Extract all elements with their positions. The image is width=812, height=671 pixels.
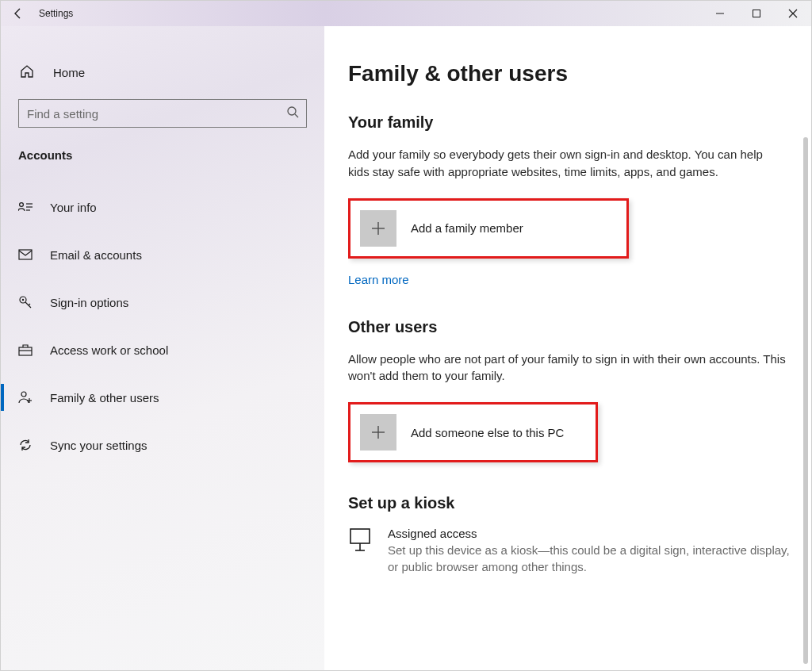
sidebar-item-label: Sync your settings <box>50 439 147 452</box>
content-inner: Family & other users Your family Add you… <box>348 61 797 670</box>
search-wrap <box>18 99 307 128</box>
svg-point-13 <box>21 392 26 397</box>
svg-point-10 <box>22 299 24 301</box>
person-card-icon <box>18 201 33 213</box>
kiosk-text: Assigned access Set up this device as a … <box>388 527 792 575</box>
svg-rect-20 <box>350 529 370 543</box>
close-button[interactable] <box>775 1 811 26</box>
svg-rect-8 <box>19 250 32 259</box>
kiosk-item-title: Assigned access <box>388 527 792 540</box>
other-users-section: Other users Allow people who are not par… <box>348 318 797 463</box>
window-title: Settings <box>39 8 73 19</box>
page-title: Family & other users <box>348 61 797 86</box>
sync-icon <box>18 438 33 452</box>
highlight-add-family: Add a family member <box>348 198 629 259</box>
sidebar-item-family-other-users[interactable]: Family & other users <box>1 379 324 416</box>
sidebar-nav: Your info Email & accounts Sign-in optio… <box>1 189 324 463</box>
sidebar-category: Accounts <box>1 142 324 178</box>
sidebar-item-label: Sign-in options <box>50 296 128 309</box>
sidebar-item-label: Access work or school <box>50 343 168 357</box>
minimize-icon <box>715 9 725 18</box>
search-input[interactable] <box>18 99 307 128</box>
titlebar: Settings <box>1 1 811 26</box>
svg-line-3 <box>295 114 298 117</box>
sidebar-item-work-school[interactable]: Access work or school <box>1 332 324 368</box>
sidebar-item-email-accounts[interactable]: Email & accounts <box>1 236 324 273</box>
window-controls <box>702 1 811 26</box>
svg-rect-1 <box>753 10 760 17</box>
kiosk-icon <box>348 527 372 557</box>
family-heading: Your family <box>348 113 797 132</box>
content-pane: Family & other users Your family Add you… <box>324 26 811 670</box>
kiosk-heading: Set up a kiosk <box>348 494 797 512</box>
kiosk-item-desc: Set up this device as a kiosk—this could… <box>388 542 792 575</box>
family-description: Add your family so everybody gets their … <box>348 146 786 181</box>
back-button[interactable] <box>1 1 36 26</box>
add-other-user-button[interactable]: Add someone else to this PC <box>354 408 572 457</box>
kiosk-section: Set up a kiosk Assigned access Set up th… <box>348 494 797 575</box>
sidebar-item-label: Email & accounts <box>50 248 142 262</box>
add-family-label: Add a family member <box>411 221 523 235</box>
other-users-heading: Other users <box>348 318 797 336</box>
window-body: Home Accounts Your info <box>1 26 811 670</box>
svg-rect-11 <box>19 347 32 355</box>
learn-more-link[interactable]: Learn more <box>348 273 797 286</box>
other-users-description: Allow people who are not part of your fa… <box>348 351 786 385</box>
briefcase-icon <box>18 343 33 356</box>
add-family-member-button[interactable]: Add a family member <box>354 204 531 253</box>
plus-icon <box>360 210 396 247</box>
svg-point-2 <box>288 107 296 115</box>
sidebar: Home Accounts Your info <box>1 26 324 670</box>
people-plus-icon <box>18 390 33 405</box>
sidebar-item-label: Your info <box>50 201 97 214</box>
arrow-left-icon <box>12 7 25 20</box>
assigned-access-button[interactable]: Assigned access Set up this device as a … <box>348 527 792 575</box>
add-other-label: Add someone else to this PC <box>411 426 564 439</box>
close-icon <box>788 9 798 18</box>
sidebar-home-label: Home <box>53 66 85 79</box>
mail-icon <box>18 249 33 260</box>
svg-point-4 <box>20 203 24 207</box>
maximize-button[interactable] <box>738 1 775 26</box>
plus-icon <box>360 414 396 451</box>
key-icon <box>18 295 33 309</box>
maximize-icon <box>752 9 761 18</box>
highlight-add-other: Add someone else to this PC <box>348 402 598 462</box>
sidebar-item-signin-options[interactable]: Sign-in options <box>1 284 324 320</box>
sidebar-item-sync-settings[interactable]: Sync your settings <box>1 427 324 463</box>
minimize-button[interactable] <box>702 1 738 26</box>
sidebar-home[interactable]: Home <box>1 55 324 90</box>
family-section: Your family Add your family so everybody… <box>348 113 797 286</box>
settings-window: Settings Home <box>0 0 812 671</box>
home-icon <box>20 64 34 81</box>
sidebar-item-label: Family & other users <box>50 391 159 405</box>
scrollbar[interactable] <box>803 137 808 664</box>
sidebar-item-your-info[interactable]: Your info <box>1 189 324 225</box>
